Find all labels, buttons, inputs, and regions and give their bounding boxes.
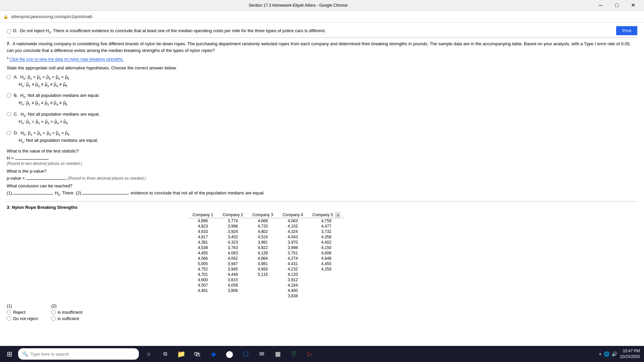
calculator-button[interactable]: ▦ xyxy=(270,346,285,362)
clock[interactable]: 10:47 PM 10/23/2020 xyxy=(620,348,640,360)
table-row: 4,7523,9454,6934,2324,259 xyxy=(188,266,345,272)
taskbar-search-box[interactable]: 🔍 xyxy=(18,348,139,360)
minimize-button[interactable]: ─ xyxy=(593,0,608,11)
is-sufficient-radio[interactable] xyxy=(51,316,56,321)
lock-icon: 🔒 xyxy=(3,14,8,19)
table-cell: 4,606 xyxy=(308,250,345,256)
excel-button[interactable]: ☰ xyxy=(286,346,301,362)
conclusion-blank-1[interactable] xyxy=(13,190,53,194)
table-cell xyxy=(248,277,278,283)
taskbar-search-input[interactable] xyxy=(31,352,135,357)
is-insufficient-option: is insufficient xyxy=(51,310,83,315)
option-c-content: C. H0: Not all population medians are eq… xyxy=(14,111,100,126)
cortana-button[interactable]: ○ xyxy=(142,346,156,362)
pvalue-answer-input[interactable] xyxy=(26,175,66,180)
file-explorer-icon: 📁 xyxy=(177,350,185,358)
taskbar-search-icon: 🔍 xyxy=(22,351,28,357)
start-button[interactable]: ⊞ xyxy=(1,346,17,362)
table-cell: 4,063 xyxy=(278,218,308,224)
is-insufficient-radio[interactable] xyxy=(51,310,56,314)
table-cell: 3,998 xyxy=(218,224,248,229)
maximize-button[interactable]: □ xyxy=(609,0,625,11)
table-cell: 4,043 xyxy=(278,234,308,240)
table-cell xyxy=(218,293,248,299)
option-b: B. H0: Not all population medians are eq… xyxy=(7,92,637,107)
close-button[interactable]: ✕ xyxy=(625,0,641,11)
option-d-label: D. xyxy=(14,130,19,135)
table-cell: 5,115 xyxy=(248,272,278,277)
option-d-radio[interactable] xyxy=(7,131,11,135)
url-display[interactable]: xlitemprod.pearsoncmg.com/api/v1/print/m… xyxy=(11,14,641,19)
taskbar-right: ∧ 🌐 🔊 10:47 PM 10/23/2020 xyxy=(599,348,643,360)
task-view-button[interactable]: ⧉ xyxy=(158,346,172,362)
store-button[interactable]: 🛍 xyxy=(190,346,205,362)
expand-icon[interactable]: ⊞ xyxy=(335,213,340,217)
option-c-label: C. xyxy=(14,112,19,117)
conclusion-blank-2[interactable] xyxy=(82,190,129,194)
chrome-icon: ⬤ xyxy=(226,350,233,358)
table-divider xyxy=(7,201,637,201)
chrome-button[interactable]: ⬤ xyxy=(222,346,237,362)
table-cell xyxy=(248,293,278,299)
do-not-reject-radio[interactable] xyxy=(7,316,11,321)
mail-button[interactable]: ✉ xyxy=(254,346,269,362)
window-controls[interactable]: ─ □ ✕ xyxy=(593,0,641,11)
option-b-content: B. H0: Not all population medians are eq… xyxy=(14,92,100,107)
is-sufficient-label: is sufficient xyxy=(58,316,79,321)
table-cell: 4,686 xyxy=(188,218,218,224)
edge-icon: ⬡ xyxy=(243,350,249,358)
table-cell xyxy=(188,293,218,299)
p-round-note: (Round to three decimal places as needed… xyxy=(68,176,146,181)
option-d-content: D. H0: μ̃1 = μ̃2 = μ̃3 = μ̃4 = μ̃5 HA: N… xyxy=(14,130,98,144)
table-cell: 4,600 xyxy=(188,277,218,283)
table-cell xyxy=(248,283,278,288)
table-cell: 4,324 xyxy=(278,229,308,234)
print-button[interactable]: Print xyxy=(616,26,637,35)
powerpoint-button[interactable]: ▷ xyxy=(303,346,317,362)
option-b-label: B. xyxy=(14,93,19,98)
edge-button[interactable]: ⬡ xyxy=(238,346,253,362)
excel-icon: ☰ xyxy=(291,350,297,358)
question7-intro: 7. A nationwide moving company is consid… xyxy=(7,41,637,55)
p-label: p-value = xyxy=(7,176,25,181)
table-cell: 4,062 xyxy=(218,256,248,261)
table-row: 4,8233,9984,7334,1024,477 xyxy=(188,224,345,229)
option-c-radio[interactable] xyxy=(7,112,11,116)
table-cell: 3,763 xyxy=(218,245,248,250)
store-icon: 🛍 xyxy=(194,350,201,358)
table-row: 4,4554,0834,1393,7614,606 xyxy=(188,250,345,256)
windows-icon: ⊞ xyxy=(7,350,12,358)
table-cell: 3,945 xyxy=(218,266,248,272)
table-cell: 4,759 xyxy=(308,218,345,224)
table-cell: 4,823 xyxy=(188,224,218,229)
table-cell: 4,922 xyxy=(248,245,278,250)
prev-option-d-radio[interactable] xyxy=(7,29,11,34)
table-cell: 4,083 xyxy=(218,250,248,256)
reject-label: Reject xyxy=(13,310,25,315)
table-cell: 4,538 xyxy=(188,245,218,250)
do-not-reject-label: Do not reject xyxy=(13,316,38,321)
h-round-note: (Round to two decimal places as needed.) xyxy=(7,161,637,166)
h-answer-input[interactable] xyxy=(15,155,49,160)
file-explorer-button[interactable]: 📁 xyxy=(174,346,189,362)
table-cell: 4,232 xyxy=(278,266,308,272)
reject-radio[interactable] xyxy=(7,310,11,314)
system-tray: ∧ 🌐 🔊 xyxy=(599,351,617,357)
table-cell: 4,449 xyxy=(218,272,248,277)
option-c: C. H0: Not all population medians are eq… xyxy=(7,111,637,126)
table-cell: 4,274 xyxy=(278,256,308,261)
tray-chevron[interactable]: ∧ xyxy=(599,352,602,356)
table-row: 3,838 xyxy=(188,293,345,299)
dropbox-button[interactable]: ◈ xyxy=(206,346,221,362)
click-icon-link[interactable]: Click the icon to view the data on nylon… xyxy=(10,57,124,62)
table-row: 5,0053,9474,9814,4314,455 xyxy=(188,261,345,266)
option-d-h0: H0: μ̃1 = μ̃2 = μ̃3 = μ̃4 = μ̃5 xyxy=(20,130,69,135)
table-cell xyxy=(308,293,345,299)
option-b-radio[interactable] xyxy=(7,93,11,98)
clock-date: 10/23/2020 xyxy=(620,354,640,360)
table-cell: 4,358 xyxy=(308,234,345,240)
volume-icon: 🔊 xyxy=(611,351,617,357)
option-a-radio[interactable] xyxy=(7,75,11,79)
option-a: A. H0: μ̃1 = μ̃2 = μ̃3 = μ̃4 = μ̃5 HA: μ… xyxy=(7,74,637,88)
clock-time: 10:47 PM xyxy=(620,348,640,354)
